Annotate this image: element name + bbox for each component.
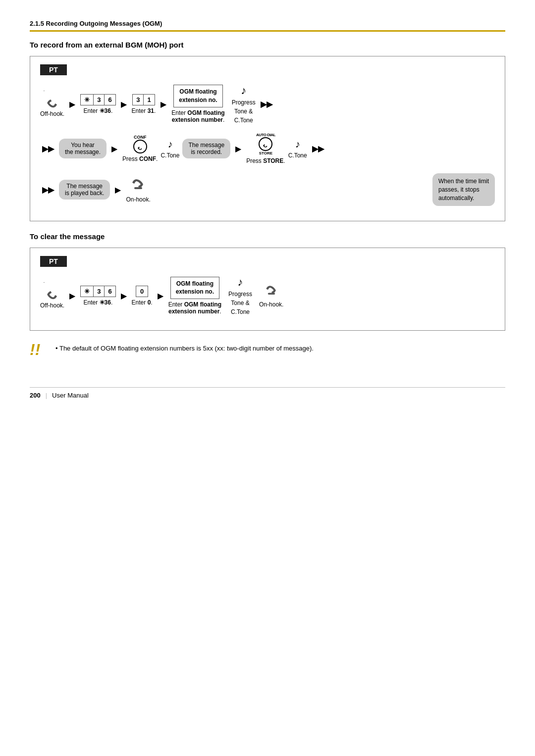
arrow-s2-1: ▶: [69, 291, 75, 301]
section2-diagram: PT Off-hook. ▶ ✳ 3 6 Enter ✳36. ▶ 0 Ente…: [30, 248, 505, 331]
ctone2-step: ♪ C.Tone: [288, 139, 307, 159]
svg-rect-2: [44, 282, 48, 283]
note-text: • The default of OGM floating extension …: [55, 342, 314, 352]
onhook-label: On-hook.: [126, 196, 150, 203]
note-icon-1: ♪: [241, 84, 246, 97]
key-3-s2: 3: [94, 286, 105, 297]
key-group-31: 3 1: [132, 94, 155, 105]
key0-s2: 0 Enter 0.: [132, 286, 153, 306]
footer: 200 | User Manual: [30, 387, 505, 399]
tone-and-label: Tone &: [234, 108, 253, 115]
key-3: 3: [94, 95, 105, 105]
offhook-s2: Off-hook.: [40, 282, 64, 309]
key0-s2-label: Enter 0.: [132, 299, 153, 306]
time-limit-bubble: When the time limit passes, it stops aut…: [432, 173, 495, 206]
progress-tone-label-1: Progress: [232, 99, 256, 106]
key-group-star36: ✳ 3 6: [80, 94, 115, 105]
page-number: 200: [30, 392, 41, 399]
dbl-arrow-1: ▶▶: [261, 100, 272, 109]
offhook-s2-label: Off-hook.: [40, 302, 64, 309]
arrow-s2-2: ▶: [121, 291, 127, 301]
note-section: !! • The default of OGM floating extensi…: [30, 342, 505, 357]
conf-label: Press CONF.: [122, 155, 158, 162]
star36-keys: ✳ 3 6 Enter ✳36.: [80, 94, 115, 114]
footer-label: User Manual: [52, 392, 89, 399]
speech-bubble-timelimit: When the time limit passes, it stops aut…: [432, 173, 495, 206]
arrow1: ▶: [69, 100, 75, 109]
speech-bubble-recorded: The message is recorded.: [182, 139, 230, 158]
conf-icon: CONF: [133, 135, 147, 153]
store-label: Press STORE.: [246, 157, 285, 164]
ogm-s2-label: Enter OGM floatingextension number.: [168, 301, 221, 315]
star36-s2: ✳ 3 6 Enter ✳36.: [80, 286, 115, 306]
phone-offhook-icon-2: [44, 282, 61, 300]
offhook-step: Off-hook.: [40, 91, 64, 117]
section1-heading: To record from an external BGM (MOH) por…: [30, 41, 505, 49]
ctone-note-icon: ♪: [167, 139, 172, 150]
ctone2-label: C.Tone: [288, 152, 307, 159]
svg-rect-3: [268, 293, 275, 295]
arrow4: ▶: [111, 144, 117, 153]
speech-bubble-playback: The message is played back.: [59, 180, 110, 200]
footer-separator: |: [46, 392, 47, 399]
gold-line: [30, 30, 505, 32]
phone-offhook-icon: [44, 91, 61, 108]
ogm-float-box: OGM floating extension no. Enter OGM flo…: [171, 85, 224, 123]
dbl-arrow-2: ▶▶: [42, 144, 54, 153]
svg-rect-0: [44, 91, 48, 91]
onhook-s2: On-hook.: [259, 283, 283, 308]
playback-bubble: The message is played back.: [59, 180, 110, 200]
you-hear-bubble: You hear the message.: [59, 139, 107, 158]
flow-row-s2-1: Off-hook. ▶ ✳ 3 6 Enter ✳36. ▶ 0 Enter 0…: [40, 276, 495, 315]
ctone-s2-label: C.Tone: [231, 308, 250, 315]
ogm-label: Enter OGM floatingextension number.: [171, 109, 224, 123]
onhook-step: On-hook.: [126, 176, 150, 203]
phone-onhook-icon: [128, 176, 148, 194]
dbl-arrow-4: ▶▶: [42, 185, 54, 195]
ogm-box: OGM floating extension no.: [173, 85, 222, 107]
arrow6: ▶: [115, 185, 121, 195]
store-icon: AUTO DIAL STORE: [256, 133, 275, 155]
store-circle: [259, 137, 272, 151]
section2-heading: To clear the message: [30, 232, 505, 241]
progress-tone-s2: ♪ Progress Tone & C.Tone: [228, 276, 252, 315]
arrow2: ▶: [121, 100, 127, 109]
dbl-arrow-3: ▶▶: [312, 144, 324, 153]
star36-label: Enter ✳36.: [84, 107, 113, 114]
key-star-s2: ✳: [81, 286, 94, 297]
speech-bubble-hear: You hear the message.: [59, 139, 107, 158]
key-group-star36-s2: ✳ 3 6: [80, 286, 115, 297]
conf-step: CONF Press CONF.: [122, 135, 158, 162]
flow-row-3: ▶▶ The message is played back. ▶ On-hook…: [40, 173, 495, 206]
flow-row-2: ▶▶ You hear the message. ▶ CONF Press CO…: [40, 133, 495, 164]
note-icon-s2: ♪: [238, 276, 243, 289]
store-phone-svg: [262, 140, 269, 148]
progress-tone-s2-label: Progress: [228, 291, 252, 298]
note-exclamation-icon: !!: [30, 342, 48, 357]
ctone-step-label: C.Tone: [160, 152, 179, 159]
flow-row-1: Off-hook. ▶ ✳ 3 6 Enter ✳36. ▶ 3 1 Enter…: [40, 84, 495, 124]
key-star: ✳: [81, 95, 94, 105]
pt-label-1: PT: [40, 64, 67, 75]
recorded-bubble: The message is recorded.: [182, 139, 230, 158]
progress-tone-1: ♪ Progress Tone & C.Tone: [232, 84, 256, 124]
key-0-box: 0: [136, 286, 148, 297]
star36-s2-label: Enter ✳36.: [84, 299, 113, 306]
section1-diagram: PT Off-hook. ▶ ✳ 3 6 Enter ✳36. ▶ 3: [30, 56, 505, 221]
store-step: AUTO DIAL STORE Press STORE.: [246, 133, 285, 164]
ctone-step: ♪ C.Tone: [160, 139, 179, 159]
tone-and-s2-label: Tone &: [231, 300, 249, 306]
arrow-s2-3: ▶: [158, 291, 163, 301]
arrow5: ▶: [235, 144, 241, 153]
keys-31: 3 1 Enter 31.: [132, 94, 156, 114]
key-6: 6: [105, 95, 115, 105]
key-3b: 3: [133, 95, 144, 105]
onhook-s2-label: On-hook.: [259, 301, 283, 308]
pt-label-2: PT: [40, 256, 67, 267]
section-title: 2.1.5 Recording Outgoing Messages (OGM): [30, 20, 505, 27]
key-1: 1: [144, 95, 154, 105]
arrow3: ▶: [160, 100, 166, 109]
ctone-label-1: C.Tone: [234, 117, 253, 124]
conf-circle: [133, 140, 147, 153]
ogm-box-s2: OGM floating extension no.: [170, 277, 219, 300]
